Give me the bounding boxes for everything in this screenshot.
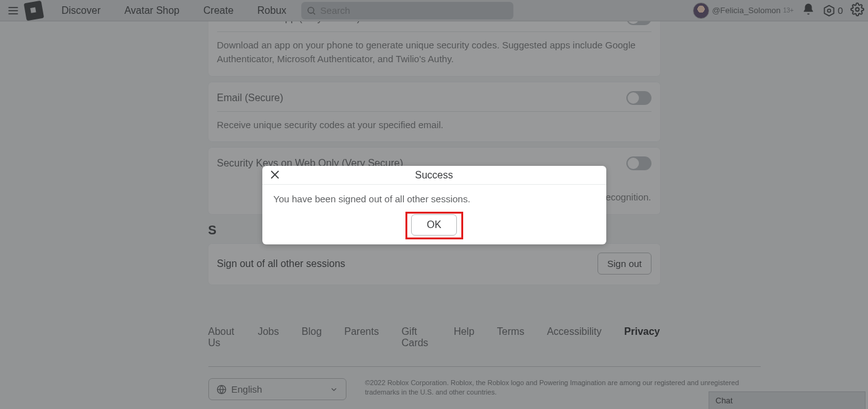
success-modal: Success You have been signed out of all …: [262, 166, 606, 244]
modal-body: You have been signed out of all other se…: [262, 185, 606, 209]
modal-title: Success: [415, 170, 453, 181]
modal-close-button[interactable]: [269, 168, 281, 183]
modal-ok-button[interactable]: OK: [411, 214, 457, 236]
close-icon: [269, 168, 281, 181]
